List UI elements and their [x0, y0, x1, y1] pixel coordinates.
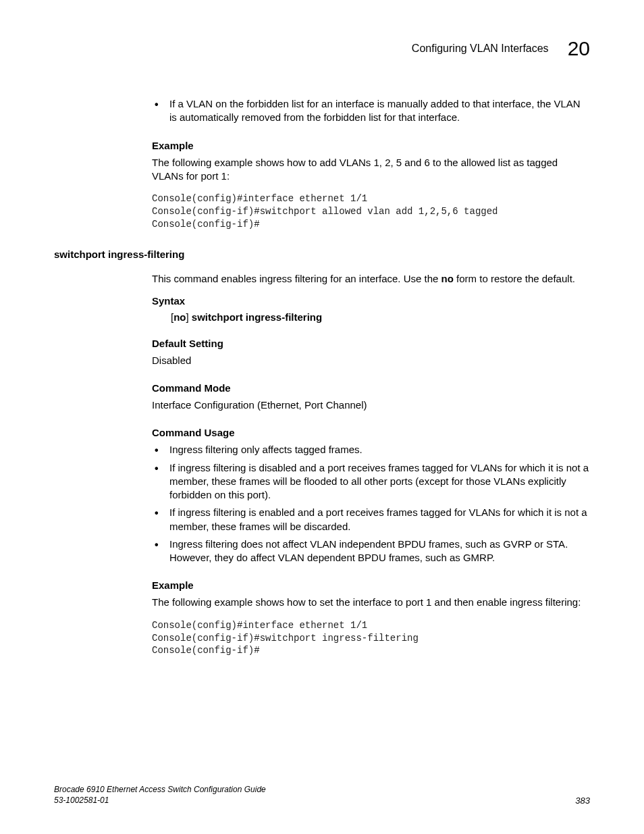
syntax-cmd: switchport ingress-filtering: [192, 311, 322, 323]
list-item: Ingress filtering does not affect VLAN i…: [152, 538, 590, 565]
footer-doc-title: Brocade 6910 Ethernet Access Switch Conf…: [54, 784, 266, 795]
console-output: Console(config)#interface ethernet 1/1 C…: [152, 192, 590, 231]
syntax-bracket-close: ]: [186, 311, 192, 323]
page: Configuring VLAN Interfaces 20 If a VLAN…: [0, 0, 644, 834]
usage-list: Ingress filtering only affects tagged fr…: [152, 443, 590, 565]
list-item: If a VLAN on the forbidden list for an i…: [152, 97, 590, 125]
list-item: If ingress filtering is enabled and a po…: [152, 506, 590, 533]
list-item: If ingress filtering is disabled and a p…: [152, 461, 590, 502]
example2-heading: Example: [152, 579, 590, 591]
section-intro: This command enables ingress filtering f…: [152, 272, 590, 286]
example-para: The following example shows how to add V…: [152, 156, 590, 184]
syntax-heading: Syntax: [152, 295, 590, 307]
header-chapter-number: 20: [568, 37, 590, 60]
footer-left: Brocade 6910 Ethernet Access Switch Conf…: [54, 784, 266, 806]
default-heading: Default Setting: [152, 338, 590, 349]
console-output-2: Console(config)#interface ethernet 1/1 C…: [152, 619, 590, 658]
footer-page-number: 383: [575, 796, 590, 806]
syntax-block: Syntax [no] switchport ingress-filtering: [152, 295, 590, 323]
default-block: Default Setting Disabled: [152, 338, 590, 367]
mode-heading: Command Mode: [152, 382, 590, 394]
syntax-no: no: [173, 311, 186, 323]
default-value: Disabled: [152, 354, 590, 367]
content-block-top: If a VLAN on the forbidden list for an i…: [152, 97, 590, 231]
header-title: Configuring VLAN Interfaces: [412, 43, 549, 55]
intro-bold: no: [441, 273, 454, 284]
page-header: Configuring VLAN Interfaces 20: [54, 37, 590, 60]
mode-block: Command Mode Interface Configuration (Et…: [152, 382, 590, 412]
usage-heading: Command Usage: [152, 427, 590, 438]
syntax-line: [no] switchport ingress-filtering: [171, 311, 590, 323]
footer-doc-number: 53-1002581-01: [54, 795, 266, 806]
content-block-section: This command enables ingress filtering f…: [152, 272, 590, 658]
intro-pre: This command enables ingress filtering f…: [152, 273, 441, 284]
list-item: Ingress filtering only affects tagged fr…: [152, 443, 590, 457]
mode-value: Interface Configuration (Ethernet, Port …: [152, 398, 590, 412]
example-heading: Example: [152, 140, 590, 151]
top-bullet-list: If a VLAN on the forbidden list for an i…: [152, 97, 590, 125]
page-footer: Brocade 6910 Ethernet Access Switch Conf…: [54, 784, 590, 806]
section-heading-ingress: switchport ingress-filtering: [54, 249, 590, 260]
intro-post: form to restore the default.: [454, 273, 575, 284]
example2-para: The following example shows how to set t…: [152, 596, 590, 609]
